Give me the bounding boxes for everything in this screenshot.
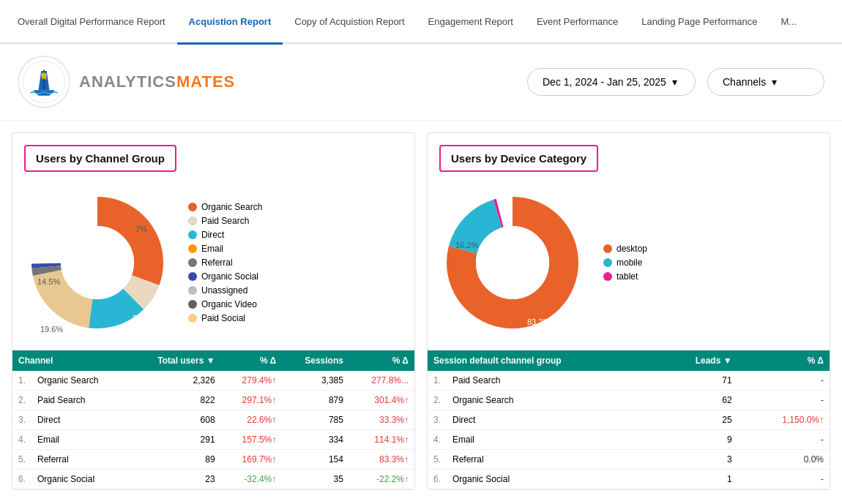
pct-delta-users: 22.6%↑ (221, 410, 283, 430)
col-header-session-group: Session default channel group (428, 350, 655, 371)
left-legend: Organic Search Paid Search Direct Email … (188, 202, 262, 323)
navigation-tabs: Overall Digital Performance Report Acqui… (0, 0, 842, 44)
legend-dot (188, 244, 197, 253)
legend-dot (188, 314, 197, 323)
tab-label: M... (780, 16, 797, 27)
left-panel: Users by Channel Group (12, 132, 415, 490)
row-number: 4. (12, 430, 31, 450)
legend-label: Direct (201, 230, 224, 240)
tab-overall[interactable]: Overall Digital Performance Report (6, 1, 177, 45)
tab-label: Event Performance (537, 16, 618, 27)
legend-item-unassigned: Unassigned (188, 285, 262, 296)
page-header: ANALYTICSMATES Dec 1, 2024 - Jan 25, 202… (0, 44, 842, 121)
row-number: 2. (12, 391, 31, 410)
tab-copy-acquisition[interactable]: Copy of Acquistion Report (283, 1, 416, 45)
pct-delta-leads: 0.0% (738, 450, 830, 470)
legend-dot (188, 272, 197, 281)
pct-delta-leads: - (738, 371, 830, 391)
legend-label: Paid Social (201, 313, 245, 323)
pct-delta-users: -32.4%↑ (221, 470, 283, 489)
legend-dot (603, 272, 612, 281)
legend-label: tablet (616, 271, 638, 282)
row-number: 1. (12, 371, 31, 391)
table-row: 6. Organic Social 23 -32.4%↑ 35 -22.2%↑ (12, 470, 414, 489)
sessions-count: 785 (282, 410, 349, 430)
svg-point-12 (61, 226, 134, 299)
total-users: 291 (129, 430, 221, 450)
channel-name: Organic Search (31, 371, 129, 391)
tab-engagement[interactable]: Engagement Report (417, 1, 525, 45)
pct-delta-sessions: 83.3%↑ (349, 450, 414, 470)
table-row: 3. Direct 25 1,150.0%↑ (428, 410, 830, 430)
col-header-pct-delta1: % Δ (221, 350, 283, 371)
right-chart-area: 83.2% 16.2% desktop mobile tablet (428, 184, 830, 347)
svg-text:7%: 7% (135, 225, 147, 233)
total-users: 89 (129, 450, 221, 470)
legend-item-organic-social: Organic Social (188, 271, 262, 282)
table-row: 5. Referral 3 0.0% (428, 450, 830, 470)
legend-label: mobile (616, 257, 642, 268)
tab-acquisition[interactable]: Acquistion Report (177, 1, 283, 45)
svg-point-5 (41, 72, 47, 78)
legend-item-direct: Direct (188, 230, 262, 240)
legend-item-tablet: tablet (603, 271, 647, 282)
channels-dropdown[interactable]: Channels ▾ (707, 68, 824, 96)
legend-item-organic-search: Organic Search (188, 202, 262, 212)
tab-label: Landing Page Performance (641, 16, 757, 27)
channel-name: Organic Search (447, 391, 655, 410)
brand-analytics: ANALYTICS (79, 72, 176, 91)
legend-dot (188, 286, 197, 295)
col-header-total-users[interactable]: Total users ▼ (129, 350, 221, 371)
brand-name: ANALYTICSMATES (79, 72, 235, 91)
tab-landing[interactable]: Landing Page Performance (630, 1, 769, 45)
left-chart-area: 7% 55.6% 19.6% 14.5% Organic Search Paid… (12, 184, 414, 347)
pct-delta-sessions: -22.2%↑ (349, 470, 414, 489)
legend-item-email: Email (188, 244, 262, 254)
pct-delta-leads: 1,150.0%↑ (738, 410, 830, 430)
pct-delta-users: 169.7%↑ (221, 450, 283, 470)
left-donut-chart: 7% 55.6% 19.6% 14.5% (24, 189, 171, 336)
row-number: 2. (428, 391, 447, 410)
row-number: 6. (12, 470, 31, 489)
legend-item-organic-video: Organic Video (188, 299, 262, 309)
chevron-down-icon: ▾ (772, 76, 777, 88)
logo-circle (18, 56, 70, 108)
svg-text:83.2%: 83.2% (527, 317, 550, 326)
legend-label: Email (201, 244, 223, 254)
table-row: 2. Organic Search 62 - (428, 391, 830, 410)
legend-label: desktop (616, 244, 647, 254)
leads-count: 1 (655, 470, 738, 489)
col-header-pct-delta: % Δ (738, 350, 830, 371)
pct-delta-users: 279.4%↑ (221, 371, 283, 391)
channel-name: Direct (31, 410, 129, 430)
left-chart-title-box: Users by Channel Group (24, 145, 176, 172)
sessions-count: 154 (282, 450, 349, 470)
legend-item-paid-search: Paid Search (188, 216, 262, 226)
channel-name: Referral (31, 450, 129, 470)
leads-count: 62 (655, 391, 738, 410)
tab-label: Copy of Acquistion Report (294, 16, 404, 27)
row-number: 5. (12, 450, 31, 470)
tab-more[interactable]: M... (769, 1, 808, 45)
legend-item-mobile: mobile (603, 257, 647, 268)
svg-text:19.6%: 19.6% (40, 325, 63, 334)
row-number: 4. (428, 430, 447, 450)
row-number: 1. (428, 371, 447, 391)
leads-count: 71 (655, 371, 738, 391)
pct-delta-sessions: 301.4%↑ (349, 391, 414, 410)
leads-count: 3 (655, 450, 738, 470)
legend-label: Organic Search (201, 202, 262, 212)
legend-dot (188, 258, 197, 267)
sessions-count: 3,385 (282, 371, 349, 391)
col-header-leads[interactable]: Leads ▼ (655, 350, 738, 371)
channel-name: Paid Search (447, 371, 655, 391)
legend-dot (188, 203, 197, 211)
tab-label: Engagement Report (428, 16, 513, 27)
col-header-channel: Channel (12, 350, 129, 371)
total-users: 2,326 (129, 371, 221, 391)
leads-count: 9 (655, 430, 738, 450)
tab-event[interactable]: Event Performance (525, 1, 630, 45)
leads-count: 25 (655, 410, 738, 430)
date-range-picker[interactable]: Dec 1, 2024 - Jan 25, 2025 ▾ (527, 68, 696, 96)
logo-icon (22, 60, 66, 104)
